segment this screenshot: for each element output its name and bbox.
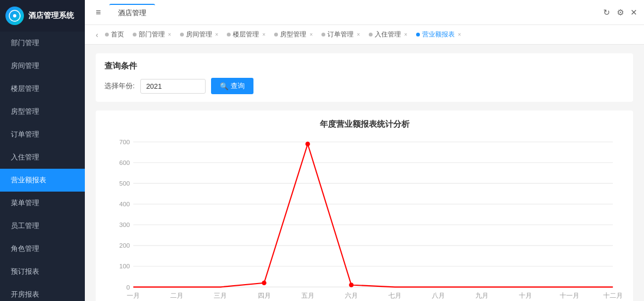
year-input[interactable] [140,79,206,94]
svg-text:600: 600 [119,159,130,166]
query-section: 查询条件 选择年份: 🔍 查询 [96,53,633,102]
bc-close-icon[interactable]: × [168,32,171,38]
breadcrumb-back-btn[interactable]: ‹ [94,30,101,39]
bc-dot [105,33,109,36]
sidebar-item-room[interactable]: 房间管理 [0,54,85,77]
svg-text:四月: 四月 [258,292,271,299]
bc-close-icon[interactable]: × [262,32,265,38]
sidebar: 酒店管理系统 部门管理房间管理楼层管理房型管理订单管理入住管理营业额报表菜单管理… [0,0,85,301]
bc-label: 营业额报表 [422,30,455,39]
svg-text:400: 400 [119,200,130,207]
sidebar-item-roomtype[interactable]: 房型管理 [0,100,85,123]
svg-text:300: 300 [119,221,130,228]
bc-dot [321,33,325,36]
breadcrumb-bar: ‹ 首页部门管理 ×房间管理 ×楼层管理 ×房型管理 ×订单管理 ×入住管理 ×… [85,25,644,45]
sidebar-item-checkin[interactable]: 入住管理 [0,146,85,169]
bc-close-icon[interactable]: × [309,32,313,38]
content-area: 查询条件 选择年份: 🔍 查询 年度营业额报表统计分析 010020030040… [85,45,644,301]
chart-container: 0100200300400500600700一月二月三月四月五月六月七月八月九月… [104,136,624,301]
bc-close-icon[interactable]: × [404,32,407,38]
settings-icon[interactable]: ⚙ [617,8,624,17]
bc-label: 首页 [111,30,124,39]
topbar-right: ↻ ⚙ ✕ [603,8,637,17]
query-button[interactable]: 🔍 查询 [211,78,253,94]
svg-text:五月: 五月 [301,292,314,299]
line-chart: 0100200300400500600700一月二月三月四月五月六月七月八月九月… [104,136,624,301]
sidebar-item-revenue[interactable]: 营业额报表 [0,169,85,192]
breadcrumb-item-2[interactable]: 房间管理 × [179,30,220,39]
svg-text:700: 700 [119,138,130,145]
svg-text:十二月: 十二月 [603,292,623,299]
svg-text:0: 0 [126,284,130,291]
breadcrumb-item-4[interactable]: 房型管理 × [273,30,314,39]
bc-label: 部门管理 [139,30,165,39]
query-btn-label: 查询 [231,81,245,91]
bc-label: 房间管理 [186,30,212,39]
svg-text:十月: 十月 [519,292,532,299]
svg-text:三月: 三月 [214,292,227,299]
logo-icon [5,7,24,25]
bc-dot [369,33,373,36]
svg-text:100: 100 [119,262,130,269]
sidebar-item-floor[interactable]: 楼层管理 [0,77,85,100]
breadcrumb-item-5[interactable]: 订单管理 × [320,30,361,39]
sidebar-item-order[interactable]: 订单管理 [0,123,85,146]
svg-text:七月: 七月 [388,292,401,299]
svg-text:九月: 九月 [475,292,488,299]
svg-text:二月: 二月 [170,292,183,299]
breadcrumb-item-3[interactable]: 楼层管理 × [226,30,267,39]
bc-label: 订单管理 [327,30,354,39]
bc-dot [416,33,420,36]
year-label: 选择年份: [104,81,135,91]
sidebar-logo: 酒店管理系统 [0,0,85,32]
chart-section: 年度营业额报表统计分析 0100200300400500600700一月二月三月… [96,110,633,301]
svg-text:200: 200 [119,242,130,249]
bc-close-icon[interactable]: × [357,32,360,38]
sidebar-item-booking[interactable]: 预订报表 [0,260,85,283]
svg-text:500: 500 [119,180,130,187]
bc-close-icon[interactable]: × [215,32,219,38]
main-area: ≡ 酒店管理 ↻ ⚙ ✕ ‹ 首页部门管理 ×房间管理 ×楼层管理 ×房型管理 … [85,0,644,301]
close-icon[interactable]: ✕ [630,8,637,17]
svg-point-1 [13,14,16,17]
svg-point-32 [305,142,309,146]
bc-dot [227,33,231,36]
breadcrumb-item-0[interactable]: 首页 [104,30,125,39]
query-section-title: 查询条件 [104,61,624,71]
sidebar-item-dept[interactable]: 部门管理 [0,32,85,54]
sidebar-menu: 部门管理房间管理楼层管理房型管理订单管理入住管理营业额报表菜单管理员工管理角色管… [0,32,85,301]
svg-text:八月: 八月 [432,292,445,299]
tab-hotel-management[interactable]: 酒店管理 [109,4,155,21]
topbar: ≡ 酒店管理 ↻ ⚙ ✕ [85,0,644,25]
svg-point-33 [349,282,354,287]
bc-label: 房型管理 [280,30,306,39]
bc-close-icon[interactable]: × [458,32,461,38]
sidebar-item-openroom[interactable]: 开房报表 [0,283,85,301]
bc-dot [133,33,137,36]
svg-text:十一月: 十一月 [560,292,579,299]
breadcrumb-item-7[interactable]: 营业额报表 × [415,30,462,39]
bc-label: 入住管理 [375,30,401,39]
svg-text:一月: 一月 [127,292,140,299]
svg-point-31 [262,280,266,285]
refresh-icon[interactable]: ↻ [603,8,610,17]
sidebar-item-role[interactable]: 角色管理 [0,237,85,260]
sidebar-item-menu[interactable]: 菜单管理 [0,192,85,214]
breadcrumb-item-1[interactable]: 部门管理 × [132,30,172,39]
sidebar-item-staff[interactable]: 员工管理 [0,214,85,237]
bc-dot [180,33,184,36]
query-row: 选择年份: 🔍 查询 [104,78,624,94]
chart-title: 年度营业额报表统计分析 [104,119,624,130]
menu-toggle-icon[interactable]: ≡ [91,5,105,20]
app-title: 酒店管理系统 [28,11,74,21]
bc-label: 楼层管理 [233,30,259,39]
search-icon: 🔍 [220,82,228,90]
svg-text:六月: 六月 [345,292,358,299]
breadcrumb-item-6[interactable]: 入住管理 × [368,30,408,39]
bc-dot [274,33,278,36]
